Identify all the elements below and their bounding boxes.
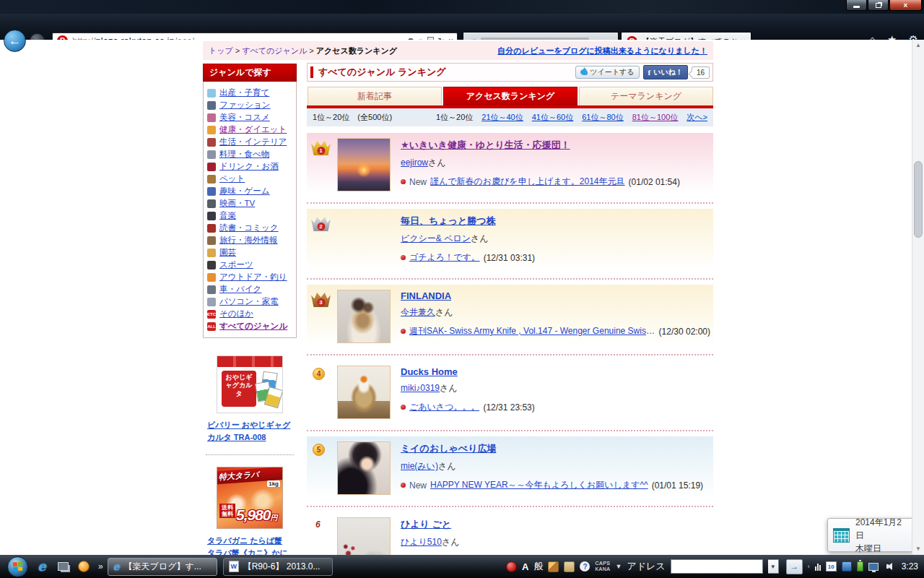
sidebar-item-garden[interactable]: 園芸 xyxy=(207,246,292,259)
sidebar-item-book[interactable]: 読書・コミック xyxy=(207,222,292,234)
tab-new-posts[interactable]: 新着記事 xyxy=(308,87,442,105)
genre-link[interactable]: 園芸 xyxy=(219,247,236,258)
ime-general-mode-icon[interactable]: 般 xyxy=(533,560,543,573)
blog-title-link[interactable]: 毎日、ちょっと勝つ株 xyxy=(401,215,496,226)
genre-link[interactable]: ファッション xyxy=(219,100,271,111)
author-link[interactable]: miki♪0319 xyxy=(401,383,440,393)
calendar-tray-icon[interactable]: 10 xyxy=(826,561,837,571)
genre-link[interactable]: スポーツ xyxy=(219,259,253,270)
outlook-clock-icon[interactable] xyxy=(78,561,90,572)
pagination-link[interactable]: 次へ> xyxy=(687,112,707,123)
genre-link[interactable]: 生活・インテリア xyxy=(219,137,287,147)
ad-crab-link[interactable]: タラバガニ たらば蟹 タラバ蟹《カニ》かに 蟹 xyxy=(207,535,292,555)
post-link[interactable]: 謹んで新春のお慶びを申し上げます。2014年元旦 xyxy=(430,176,625,188)
sidebar-item-cosmetics[interactable]: 美容・コスメ xyxy=(207,111,292,124)
messenger-tray-icon[interactable] xyxy=(842,561,852,571)
back-button[interactable]: ← xyxy=(4,30,26,52)
post-link[interactable]: 週刊SAK- Swiss Army Knife , Vol.147 - Weng… xyxy=(409,325,655,337)
tweet-button[interactable]: ツイートする xyxy=(575,66,639,79)
genre-link[interactable]: 美容・コスメ xyxy=(219,112,270,123)
address-dropdown-icon[interactable]: ▼ xyxy=(768,559,779,574)
scrollbar-thumb[interactable] xyxy=(914,161,923,238)
pagination-link[interactable]: 21位～40位 xyxy=(481,112,523,123)
sidebar-item-sports[interactable]: スポーツ xyxy=(207,259,292,271)
author-link[interactable]: 今井兼久 xyxy=(401,307,435,317)
genre-link[interactable]: 趣味・ゲーム xyxy=(219,186,270,197)
author-link[interactable]: ひより510 xyxy=(401,537,442,547)
blog-title-link[interactable]: ★いきいき健康・ゆとり生活・応援団！ xyxy=(401,139,570,150)
page-scrollbar[interactable]: ▲ ▼ xyxy=(912,40,924,555)
taskbar-address-input[interactable] xyxy=(671,559,763,574)
minimize-button[interactable] xyxy=(846,0,867,11)
genre-link[interactable]: パソコン・家電 xyxy=(219,296,279,307)
genre-link[interactable]: 車・バイク xyxy=(219,284,261,295)
caps-kana-indicator[interactable]: CAPSKANA xyxy=(595,561,610,573)
genre-link[interactable]: 出産・子育て xyxy=(219,87,269,98)
genre-link[interactable]: 旅行・海外情報 xyxy=(219,235,278,246)
ime-input-mode-icon[interactable]: A xyxy=(522,561,528,572)
sidebar-item-all[interactable]: ALL すべてのジャンル xyxy=(207,320,292,332)
close-window-button[interactable]: × xyxy=(889,0,922,11)
portrait-photo-thumbnail[interactable] xyxy=(337,441,391,495)
sidebar-item-music[interactable]: 音楽 xyxy=(207,210,292,222)
genre-link[interactable]: 健康・ダイエット xyxy=(219,124,287,135)
post-link[interactable]: HAPPY NEW YEAR～～今年もよろしくお願いします^^ xyxy=(430,479,648,491)
overflow-chevron-icon[interactable]: » xyxy=(98,561,103,571)
author-link[interactable]: mie(みい) xyxy=(401,461,438,471)
ime-dictionary-icon[interactable] xyxy=(564,561,575,572)
breadcrumb-link[interactable]: トップ xyxy=(209,46,233,55)
sunset-photo-thumbnail[interactable] xyxy=(337,138,391,191)
blog-title-link[interactable]: ミイのおしゃべり広場 xyxy=(401,443,496,454)
sidebar-item-shirt[interactable]: ファッション xyxy=(207,99,292,111)
network-icon[interactable] xyxy=(868,563,879,571)
sidebar-item-outdoor[interactable]: アウトドア・釣り xyxy=(207,271,292,283)
puppy-photo-thumbnail[interactable] xyxy=(337,290,391,343)
sidebar-item-travel[interactable]: 旅行・海外情報 xyxy=(207,234,292,246)
genre-link[interactable]: 映画・TV xyxy=(219,198,255,209)
scroll-up-icon[interactable]: ▲ xyxy=(912,40,924,51)
antivirus-tray-icon[interactable] xyxy=(506,561,517,572)
ad-card-game-link[interactable]: ビバリー おやじギャグ カルタ TRA-008 xyxy=(207,419,292,443)
task-button-document[interactable]: W 【R90-6】 2013.0... xyxy=(223,558,333,576)
battery-icon[interactable] xyxy=(857,561,863,571)
post-link[interactable]: ごあいさつ。。。 xyxy=(409,401,479,413)
duck-ornament-photo-thumbnail[interactable] xyxy=(337,366,391,419)
review-notice-link[interactable]: 自分のレビューをブログに投稿出来るようになりました！ xyxy=(497,46,707,56)
tab-theme-ranking[interactable]: テーマランキング xyxy=(579,87,713,105)
sidebar-item-pet[interactable]: ペット xyxy=(207,173,292,185)
author-link[interactable]: eejirow xyxy=(401,158,428,168)
genre-link[interactable]: アウトドア・釣り xyxy=(219,272,287,282)
ie-quicklaunch-icon[interactable]: e xyxy=(38,560,45,573)
ad-crab-image[interactable]: 特大タラバ 1kg 送料無料 5,980円 xyxy=(217,467,283,529)
genre-link[interactable]: すべてのジャンル xyxy=(219,321,287,332)
sidebar-item-wine[interactable]: ドリンク・お酒 xyxy=(207,160,292,173)
author-link[interactable]: ピクシー& ペロン xyxy=(401,233,471,243)
audio-levels-icon[interactable] xyxy=(815,562,821,571)
start-button[interactable] xyxy=(7,556,28,577)
tray-collapse-icon[interactable]: ‹ xyxy=(808,563,810,570)
facebook-like-button[interactable]: fいいね！ xyxy=(643,65,688,79)
blog-title-link[interactable]: FINLANDIA xyxy=(401,290,451,301)
sidebar-item-sofa[interactable]: 生活・インテリア xyxy=(207,136,292,148)
post-link[interactable]: ゴチよろ！です。 xyxy=(409,251,480,264)
blog-title-link[interactable]: Ducks Home xyxy=(401,366,458,377)
pagination-link[interactable]: 61位～80位 xyxy=(582,112,623,123)
restore-button[interactable] xyxy=(868,0,889,11)
genre-link[interactable]: 音楽 xyxy=(219,210,236,221)
ime-dropdown-icon[interactable]: ▼ xyxy=(616,563,622,570)
sidebar-item-cutlery[interactable]: 料理・食べ物 xyxy=(207,148,292,160)
sidebar-item-movie[interactable]: 映画・TV xyxy=(207,197,292,210)
ime-tools-icon[interactable] xyxy=(548,561,559,572)
genre-link[interactable]: 料理・食べ物 xyxy=(219,149,269,160)
address-go-button[interactable]: → xyxy=(786,559,803,574)
volume-icon[interactable] xyxy=(884,563,892,570)
pagination-link[interactable]: 81位～100位 xyxy=(632,112,679,123)
sidebar-item-health[interactable]: 健康・ダイエット xyxy=(207,124,292,136)
genre-link[interactable]: ドリンク・お酒 xyxy=(219,161,279,172)
sidebar-item-game[interactable]: 趣味・ゲーム xyxy=(207,185,292,197)
ad-card-game-image[interactable]: おやじギャグカルタ xyxy=(217,355,283,413)
sidebar-item-computer[interactable]: パソコン・家電 xyxy=(207,296,292,308)
ime-help-icon[interactable]: ? xyxy=(580,561,590,571)
task-button-rakuten[interactable]: e 【楽天ブログ】す... xyxy=(108,558,217,576)
blog-title-link[interactable]: ひより ごと xyxy=(401,519,451,530)
